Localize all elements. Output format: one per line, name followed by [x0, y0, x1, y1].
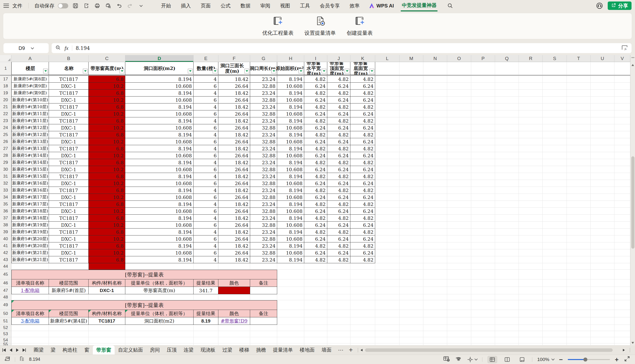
cell-A26[interactable]: 新康府5#(第13层) — [12, 138, 49, 145]
empty-cell[interactable] — [400, 104, 423, 110]
empty-cell[interactable] — [495, 337, 519, 344]
empty-cell[interactable] — [519, 208, 543, 215]
cell-K37[interactable]: 4.82 — [350, 215, 375, 222]
empty-cell[interactable] — [447, 242, 471, 249]
empty-cell[interactable] — [543, 270, 567, 280]
cell-I43[interactable]: 4.82 — [304, 256, 327, 263]
empty-cell[interactable] — [519, 325, 543, 331]
empty-cell[interactable] — [543, 222, 567, 228]
view-page-layout-button[interactable] — [517, 356, 527, 363]
cell-J18[interactable]: 6.24 — [327, 83, 350, 90]
empty-cell[interactable] — [614, 152, 630, 159]
empty-cell[interactable] — [495, 317, 519, 325]
cell-K26[interactable]: 6.24 — [350, 138, 375, 145]
empty-cell[interactable] — [375, 294, 400, 300]
cell-C21[interactable]: 6.8 — [88, 104, 125, 110]
cell-K24[interactable]: 6.24 — [350, 124, 375, 131]
empty-cell[interactable] — [495, 263, 519, 270]
cell-C37[interactable]: 6.8 — [88, 215, 125, 222]
empty-cell[interactable] — [447, 124, 471, 131]
cell-E31[interactable]: 4 — [194, 173, 218, 180]
empty-cell[interactable] — [375, 117, 400, 124]
empty-cell[interactable] — [567, 201, 590, 208]
empty-cell[interactable] — [423, 294, 447, 300]
empty-cell[interactable] — [543, 138, 567, 145]
empty-cell[interactable] — [350, 331, 375, 337]
column-header-B[interactable]: B — [49, 55, 88, 62]
cell-H17[interactable]: 8.194 — [277, 76, 304, 83]
row-number[interactable]: 19 — [0, 90, 12, 96]
cell-G26[interactable]: 32.88 — [250, 138, 277, 145]
row-number[interactable]: 23 — [0, 117, 12, 124]
empty-cell[interactable] — [567, 96, 590, 104]
empty-cell[interactable] — [567, 263, 590, 270]
empty-cell[interactable] — [447, 83, 471, 90]
sheet-tab-现浇板[interactable]: 现浇板 — [197, 346, 219, 354]
cell-H40[interactable]: 10.608 — [277, 236, 304, 242]
empty-cell[interactable] — [590, 90, 614, 96]
empty-cell[interactable] — [447, 222, 471, 228]
prev-sheet-icon[interactable] — [10, 348, 12, 352]
cell-D18[interactable]: 10.608 — [125, 83, 194, 90]
empty-cell[interactable] — [423, 180, 447, 187]
cell-A18[interactable]: 新康府5#(第9层) — [12, 83, 49, 90]
empty-cell[interactable] — [590, 228, 614, 236]
empty-cell[interactable] — [543, 117, 567, 124]
cell-K20[interactable]: 6.24 — [350, 96, 375, 104]
row-number[interactable]: 20 — [0, 96, 12, 104]
cell-D32[interactable]: 10.608 — [125, 180, 194, 187]
print-icon[interactable] — [94, 2, 101, 9]
empty-cell[interactable] — [567, 222, 590, 228]
zoom-out-icon[interactable] — [55, 45, 61, 52]
empty-cell[interactable] — [614, 215, 630, 222]
cell-G25[interactable]: 23.24 — [250, 131, 277, 138]
empty-cell[interactable] — [567, 104, 590, 110]
empty-cell[interactable] — [614, 242, 630, 249]
cell-D36[interactable]: 10.608 — [125, 208, 194, 215]
empty-cell[interactable] — [400, 256, 423, 263]
empty-cell[interactable] — [471, 236, 495, 242]
row-number[interactable]: 43 — [0, 256, 12, 263]
cell-J40[interactable]: 6.24 — [327, 236, 350, 242]
empty-cell[interactable] — [250, 263, 277, 270]
cell-C35[interactable]: 6.8 — [88, 201, 125, 208]
empty-cell[interactable] — [277, 294, 304, 300]
cell-E23[interactable]: 4 — [194, 117, 218, 124]
empty-cell[interactable] — [423, 76, 447, 83]
empty-cell[interactable] — [400, 76, 423, 83]
empty-cell[interactable] — [49, 331, 88, 337]
empty-cell[interactable] — [471, 280, 495, 287]
sheet-tab-房间[interactable]: 房间 — [146, 346, 163, 354]
empty-cell[interactable] — [471, 294, 495, 300]
cell-E42[interactable]: 6 — [194, 249, 218, 256]
empty-cell[interactable] — [304, 310, 327, 317]
cell-F19[interactable]: 18.42 — [218, 90, 250, 96]
cell-D19[interactable]: 8.194 — [125, 90, 194, 96]
empty-cell[interactable] — [400, 62, 423, 75]
cell-I35[interactable]: 4.82 — [304, 201, 327, 208]
empty-cell[interactable] — [543, 317, 567, 325]
empty-cell[interactable] — [447, 173, 471, 180]
cell-K28[interactable]: 6.24 — [350, 152, 375, 159]
column-header-N[interactable]: N — [423, 55, 447, 62]
cell-I27[interactable]: 4.82 — [304, 145, 327, 152]
empty-cell[interactable] — [543, 110, 567, 117]
cell-J24[interactable]: 6.24 — [327, 124, 350, 131]
cell-I34[interactable]: 6.24 — [304, 194, 327, 201]
empty-cell[interactable] — [447, 344, 471, 346]
cell-A40[interactable]: 新康府5#(第20层) — [12, 236, 49, 242]
empty-cell[interactable] — [495, 90, 519, 96]
empty-cell[interactable] — [567, 138, 590, 145]
cell-F29[interactable]: 18.42 — [218, 159, 250, 166]
row-number[interactable]: 44 — [0, 263, 12, 270]
undo-icon[interactable] — [116, 2, 123, 9]
ribbon-tab-插入[interactable]: 插入 — [176, 0, 196, 12]
row-number[interactable]: 47 — [0, 287, 12, 294]
empty-cell[interactable] — [471, 215, 495, 222]
share-button[interactable]: 分享 — [608, 2, 632, 10]
empty-cell[interactable] — [471, 194, 495, 201]
empty-cell[interactable] — [447, 263, 471, 270]
column-header-Q[interactable]: Q — [495, 55, 519, 62]
row-number[interactable]: 32 — [0, 180, 12, 187]
empty-cell[interactable] — [590, 173, 614, 180]
